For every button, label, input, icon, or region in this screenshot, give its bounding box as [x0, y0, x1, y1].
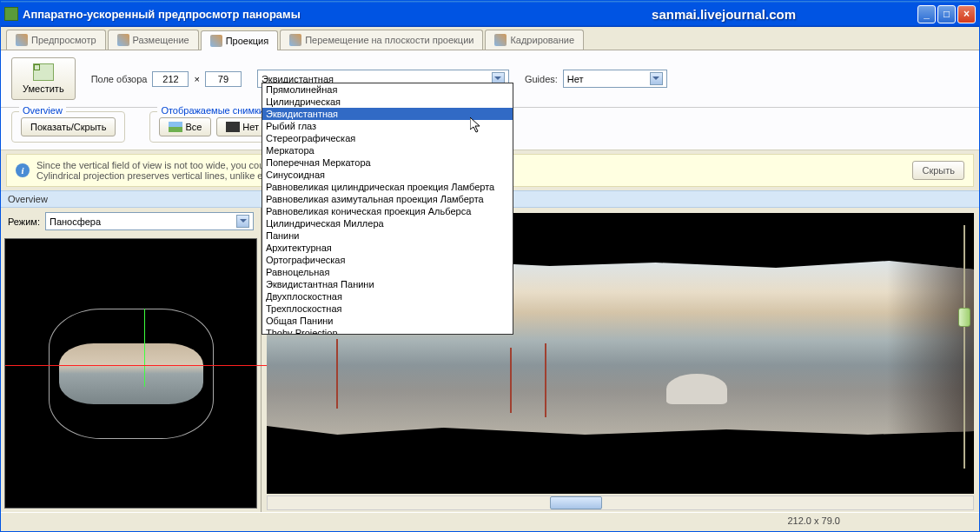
chevron-down-icon [650, 72, 663, 85]
tab-1[interactable]: Размещение [108, 30, 199, 50]
tab-4[interactable]: Кадрирование [485, 30, 584, 50]
mode-value: Паносфера [50, 216, 101, 227]
guides-value: Нет [567, 74, 584, 84]
maximize-button[interactable]: □ [937, 5, 956, 23]
projection-option[interactable]: Панини [262, 229, 513, 242]
yaw-guide [144, 309, 145, 387]
overview-group-title: Overview [19, 105, 66, 116]
fov-sep: × [194, 74, 199, 84]
projection-option[interactable]: Общая Панини [262, 315, 513, 327]
tab-2[interactable]: Проекция [201, 30, 278, 50]
app-icon [4, 7, 18, 21]
projection-option[interactable]: Равновеликая коническая проекция Альберс… [262, 205, 513, 217]
fov-label: Поле обзора [91, 74, 148, 84]
tab-3[interactable]: Перемещение на плоскости проекции [280, 30, 483, 50]
mode-label: Режим: [8, 216, 40, 227]
tab-label: Перемещение на плоскости проекции [305, 35, 473, 45]
fit-icon [33, 63, 54, 81]
projection-option[interactable]: Двухплоскостная [262, 290, 513, 303]
overview-thumbnail [59, 343, 203, 404]
hide-info-button[interactable]: Скрыть [912, 161, 964, 180]
guides-label: Guides: [525, 74, 558, 84]
projection-option[interactable]: Эквидистантная Панини [262, 278, 513, 290]
tab-label: Предпросмотр [31, 35, 96, 45]
projection-option[interactable]: Равновеликая азимутальная проекция Ламбе… [262, 193, 513, 205]
tab-icon [117, 34, 129, 46]
projection-option[interactable]: Трехплоскостная [262, 303, 513, 315]
fit-button[interactable]: Уместить [11, 57, 76, 100]
watermark-text: sanmai.livejournal.com [652, 7, 796, 22]
projection-option[interactable]: Меркатора [262, 144, 513, 156]
overview-group: Overview Показать/Скрыть [11, 111, 125, 143]
horizontal-fov-slider[interactable] [267, 495, 974, 510]
fit-label: Уместить [23, 83, 64, 94]
projection-option[interactable]: Равноцельная [262, 266, 513, 278]
projection-option[interactable]: Архитектурная [262, 242, 513, 254]
fov-height-input[interactable] [205, 71, 242, 87]
guides-combo[interactable]: Нет [563, 70, 667, 88]
projection-option[interactable]: Рыбий глаз [262, 120, 513, 132]
fov-width-input[interactable] [152, 71, 189, 87]
tab-label: Кадрирование [510, 35, 574, 45]
overview-canvas[interactable] [4, 238, 257, 509]
tab-icon [210, 35, 222, 47]
tab-icon [494, 34, 507, 46]
overview-mode-combo[interactable]: Паносфера [45, 212, 254, 230]
toggle-overview-button[interactable]: Показать/Скрыть [21, 117, 116, 136]
projection-option[interactable]: Thoby Projection [262, 327, 513, 335]
slider-handle[interactable] [958, 308, 970, 327]
projection-option[interactable]: Прямолинейная [262, 83, 513, 96]
tab-label: Размещение [133, 35, 189, 45]
tab-label: Проекция [226, 36, 268, 46]
projection-option[interactable]: Поперечная Меркатора [262, 156, 513, 169]
info-text-1: Since the vertical field of view is not … [36, 160, 275, 170]
tab-0[interactable]: Предпросмотр [6, 30, 106, 50]
minimize-button[interactable]: _ [917, 5, 936, 23]
displayed-group-title: Отображаемые снимки [157, 105, 268, 116]
info-icon: i [16, 163, 30, 177]
horizon-guide [5, 365, 274, 366]
projection-option[interactable]: Равновеликая цилиндрическая проекция Лам… [262, 181, 513, 193]
tab-icon [16, 34, 28, 46]
all-icon [169, 122, 182, 132]
none-icon [226, 122, 240, 132]
slider-thumb[interactable] [550, 496, 602, 509]
projection-option[interactable]: Цилиндрическая [262, 96, 513, 108]
titlebar[interactable]: Аппаратно-ускоренный предпросмотр панора… [1, 1, 979, 27]
tab-icon [289, 34, 301, 46]
window-title: Аппаратно-ускоренный предпросмотр панора… [23, 8, 652, 21]
tab-strip: ПредпросмотрРазмещениеПроекцияПеремещени… [1, 27, 979, 50]
vertical-fov-slider[interactable] [958, 225, 970, 469]
chevron-down-icon [236, 215, 249, 228]
close-button[interactable]: × [957, 5, 976, 23]
projection-option[interactable]: Синусоидная [262, 169, 513, 181]
overview-pane: Режим: Паносфера [1, 208, 262, 512]
info-text-2: Cylindrical projection preserves vertica… [36, 170, 275, 181]
status-fov: 212.0 x 79.0 [787, 515, 840, 526]
projection-option[interactable]: Ортографическая [262, 254, 513, 266]
projection-dropdown[interactable]: ПрямолинейнаяЦилиндрическаяЭквидистантна… [262, 83, 513, 335]
projection-option[interactable]: Стереографическая [262, 132, 513, 144]
projection-option[interactable]: Эквидистантная [262, 108, 513, 120]
app-window: Аппаратно-ускоренный предпросмотр панора… [0, 0, 980, 532]
status-bar: 212.0 x 79.0 [1, 512, 979, 529]
projection-option[interactable]: Цилиндрическая Миллера [262, 217, 513, 229]
displayed-images-group: Отображаемые снимки Все Нет [149, 111, 278, 143]
show-all-button[interactable]: Все [159, 117, 211, 136]
